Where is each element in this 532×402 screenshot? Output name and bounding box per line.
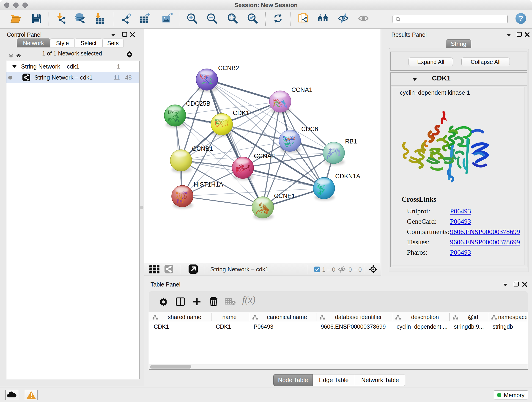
svg-text:CCNB1: CCNB1 bbox=[192, 145, 213, 152]
svg-text:CCNA1: CCNA1 bbox=[291, 86, 312, 93]
svg-text:CDC25B: CDC25B bbox=[186, 100, 210, 107]
svg-text:RB1: RB1 bbox=[345, 138, 357, 145]
svg-text:HIST1H1A: HIST1H1A bbox=[194, 181, 223, 188]
svg-text:CDKN1A: CDKN1A bbox=[335, 173, 360, 180]
svg-text:CCNB2: CCNB2 bbox=[218, 65, 239, 71]
svg-text:CDC6: CDC6 bbox=[301, 126, 318, 133]
svg-text:CDK1: CDK1 bbox=[233, 109, 249, 116]
svg-text:CCNE1: CCNE1 bbox=[274, 192, 295, 199]
svg-text:CCNA2: CCNA2 bbox=[254, 153, 275, 160]
